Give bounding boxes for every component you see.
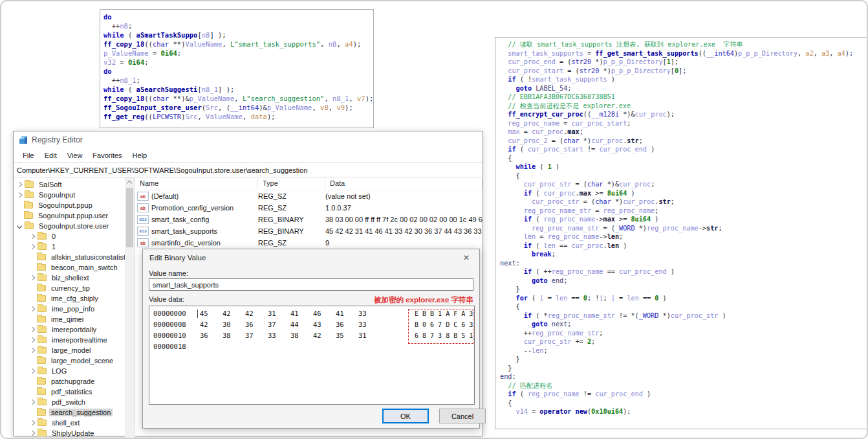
code-token: =: [536, 233, 547, 240]
code-line: ff_SogouInput_store_user(Src, (__int64)&…: [103, 103, 370, 112]
tree-item-shell_ext[interactable]: shell_ext: [14, 418, 125, 428]
menu-item-view[interactable]: View: [63, 150, 87, 161]
code-token: *): [580, 137, 591, 144]
code-token: 0i64: [161, 49, 177, 57]
code-token: [500, 58, 508, 65]
expander-icon[interactable]: [30, 306, 35, 311]
registry-value-row[interactable]: 0110smart_task_supportsREG_BINARY45 42 4…: [135, 225, 483, 237]
tree-item-ime_pop_info[interactable]: ime_pop_info: [14, 304, 125, 314]
ok-button[interactable]: OK: [382, 409, 429, 423]
no-expander: [30, 287, 34, 290]
code-token: ;: [671, 198, 675, 205]
code-line: v32 = 0i64;: [103, 58, 370, 67]
scrollbar-thumb[interactable]: [126, 188, 133, 247]
no-expander: [30, 411, 34, 414]
close-icon[interactable]: ✕: [453, 253, 479, 262]
registry-value-row[interactable]: absmartinfo_dic_versionREG_SZ9: [135, 237, 483, 249]
column-header-type[interactable]: Type: [258, 179, 325, 188]
expander-icon[interactable]: [30, 400, 35, 405]
tree-item-beacon_main_switch[interactable]: beacon_main_switch: [14, 262, 125, 273]
code-token: _WORD: [639, 312, 659, 319]
folder-icon: [38, 243, 47, 250]
hex-byte: 37: [245, 330, 268, 341]
hex-editor[interactable]: 000000004542423141464133E B B 1 A F A 30…: [149, 306, 475, 405]
tree-item-SogouInput.store.user[interactable]: SogouInput.store.user: [14, 221, 125, 231]
code-line: goto LABEL_54;: [500, 84, 867, 93]
code-token: ++: [500, 330, 532, 337]
hex-byte: 33: [268, 330, 290, 341]
expander-icon[interactable]: [30, 431, 35, 436]
column-header-data[interactable]: Data: [325, 179, 483, 188]
tree-item-SogouInput[interactable]: SogouInput: [14, 190, 125, 200]
tree-item-ime_cfg_shiply[interactable]: ime_cfg_shiply: [14, 293, 125, 304]
expander-icon[interactable]: [30, 337, 35, 343]
expander-icon[interactable]: [30, 234, 35, 239]
value-name-text: smartinfo_dic_version: [151, 239, 221, 247]
tree-item-SogouInput.ppup.user[interactable]: SogouInput.ppup.user: [14, 210, 125, 221]
code-line: cur_proc_str = (char *)cur_proc.str;: [500, 197, 867, 207]
reg-sz-icon: ab: [137, 203, 149, 212]
code-token: ): [607, 76, 615, 83]
tree-item-imereportrealtime[interactable]: imereportrealtime: [14, 335, 125, 345]
code-line: // EBB1AFA3B067DC6368738B51: [500, 93, 867, 102]
code-token: [500, 181, 524, 188]
registry-value-row[interactable]: 0110smart_task_configREG_BINARY38 03 00 …: [135, 214, 483, 225]
tree-item-ime_qimei[interactable]: ime_qimei: [14, 314, 125, 324]
tree-item-imereportdaily[interactable]: imereportdaily: [14, 324, 125, 335]
tree-item-patchupgrade[interactable]: patchupgrade: [14, 376, 125, 387]
code-token: =: [591, 207, 603, 214]
cancel-button[interactable]: Cancel: [439, 409, 486, 423]
column-header-name[interactable]: Name: [135, 179, 258, 188]
menu-item-file[interactable]: File: [18, 150, 39, 161]
code-token: ((: [144, 40, 153, 48]
code-token: max: [603, 216, 615, 223]
code-token: [500, 111, 508, 118]
code-line: cur_proc_str = (char *)&cur_proc;: [500, 180, 867, 189]
scroll-up-icon[interactable]: [127, 181, 132, 186]
expander-icon[interactable]: [30, 368, 35, 374]
tree-item-LOG[interactable]: LOG: [14, 366, 125, 376]
value-name-label: Value name:: [149, 269, 188, 277]
expander-icon[interactable]: [30, 348, 35, 353]
tree-item-search_suggestion[interactable]: search_suggestion: [14, 407, 125, 418]
address-bar[interactable]: Computer\HKEY_CURRENT_USER\SOFTWARE\Sogo…: [14, 163, 483, 177]
value-name-field[interactable]: smart_task_supports: [149, 278, 473, 291]
tree-item-0[interactable]: 0: [14, 231, 125, 242]
expander-icon[interactable]: [30, 244, 35, 249]
tree-item-allskin_statusiconstatistics[interactable]: allskin_statusiconstatistics: [14, 252, 125, 262]
tree-item-pdf_statistics[interactable]: pdf_statistics: [14, 387, 125, 397]
tree-scrollbar[interactable]: [125, 177, 135, 438]
folder-icon: [38, 368, 47, 374]
code-token: cur_proc_start: [508, 67, 563, 74]
code-token: ((: [144, 95, 153, 102]
expander-icon[interactable]: [17, 182, 22, 187]
tree-item-1[interactable]: 1: [14, 242, 125, 252]
tree-item-SogouInput.ppup[interactable]: SogouInput.ppup: [14, 200, 125, 210]
code-token: v32: [103, 58, 116, 66]
folder-icon: [37, 388, 46, 395]
expander-icon[interactable]: [30, 327, 35, 332]
tree-item-large_model[interactable]: large_model: [14, 345, 125, 355]
folder-icon: [38, 399, 47, 405]
code-token: v9: [336, 104, 345, 111]
tree-item-pdf_switch[interactable]: pdf_switch: [14, 397, 125, 407]
registry-value-row[interactable]: abPromotion_config_versionREG_SZ1.0.0.37: [135, 202, 483, 214]
code-token: n8: [329, 40, 337, 48]
tree-item-ShiplyUpdate[interactable]: ShiplyUpdate: [14, 428, 125, 438]
tree-item-biz_shellext[interactable]: biz_shellext: [14, 273, 125, 283]
expander-icon[interactable]: [17, 192, 22, 197]
menu-item-favorites[interactable]: Favorites: [88, 150, 126, 161]
expander-icon[interactable]: [17, 223, 22, 229]
tree-item-SalSoft[interactable]: SalSoft: [14, 179, 125, 190]
code-line: next:: [500, 259, 867, 268]
expander-icon[interactable]: [30, 275, 35, 280]
menu-item-edit[interactable]: Edit: [40, 150, 61, 161]
expander-icon[interactable]: [30, 420, 35, 425]
code-line: for ( i = len == 0; !i; i = len == 0 ): [500, 294, 867, 303]
menu-item-help[interactable]: Help: [128, 150, 152, 161]
tree-item-currency_tip[interactable]: currency_tip: [14, 283, 125, 293]
dialog-buttons: OK Cancel: [143, 409, 479, 423]
registry-value-row[interactable]: ab(Default)REG_SZ(value not set): [135, 190, 483, 202]
value-type-cell: REG_BINARY: [258, 227, 325, 235]
tree-item-large_model_scene[interactable]: large_model_scene: [14, 355, 125, 366]
